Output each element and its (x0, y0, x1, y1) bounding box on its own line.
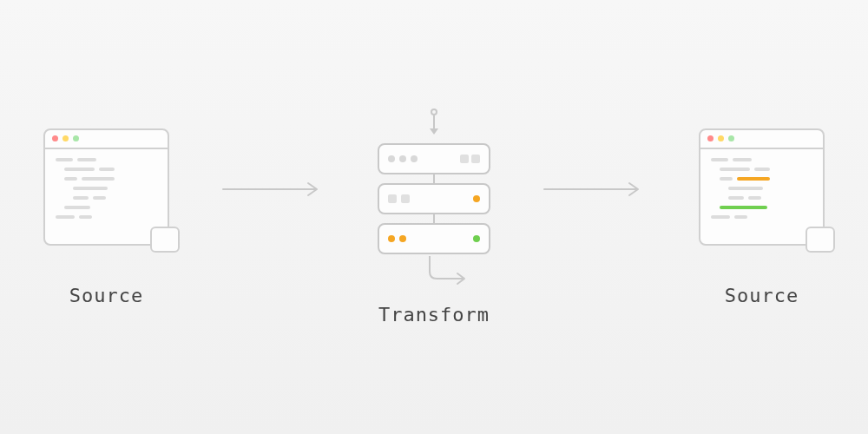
close-dot-icon (52, 135, 58, 141)
window-titlebar (700, 130, 823, 149)
server-stack-icon (378, 108, 490, 291)
code-badge-icon (806, 227, 835, 253)
stage-source-right: Source (699, 128, 825, 306)
source-right-label: Source (725, 285, 799, 306)
diagram-container: Source (35, 108, 833, 326)
server-unit-1 (378, 143, 490, 174)
window-titlebar (45, 130, 168, 149)
arrow-right-icon (542, 181, 647, 202)
connector-mid-2 (433, 214, 435, 223)
arrow-right-icon (221, 181, 326, 202)
code-badge-icon (150, 227, 180, 253)
maximize-dot-icon (73, 135, 79, 141)
server-unit-2 (378, 183, 490, 214)
code-body (700, 149, 823, 227)
stage-source-left: Source (43, 128, 169, 306)
maximize-dot-icon (728, 135, 734, 141)
transform-label: Transform (378, 304, 490, 326)
code-body (45, 149, 168, 227)
server-unit-3 (378, 223, 490, 254)
connector-top (430, 108, 438, 135)
minimize-dot-icon (62, 135, 69, 141)
source-left-label: Source (69, 285, 143, 306)
code-window-output-icon (699, 128, 825, 246)
connector-mid-1 (433, 174, 435, 183)
stage-transform: Transform (378, 108, 490, 326)
close-dot-icon (707, 135, 713, 141)
minimize-dot-icon (718, 135, 724, 141)
code-window-icon (43, 128, 169, 246)
connector-bottom (421, 256, 473, 291)
